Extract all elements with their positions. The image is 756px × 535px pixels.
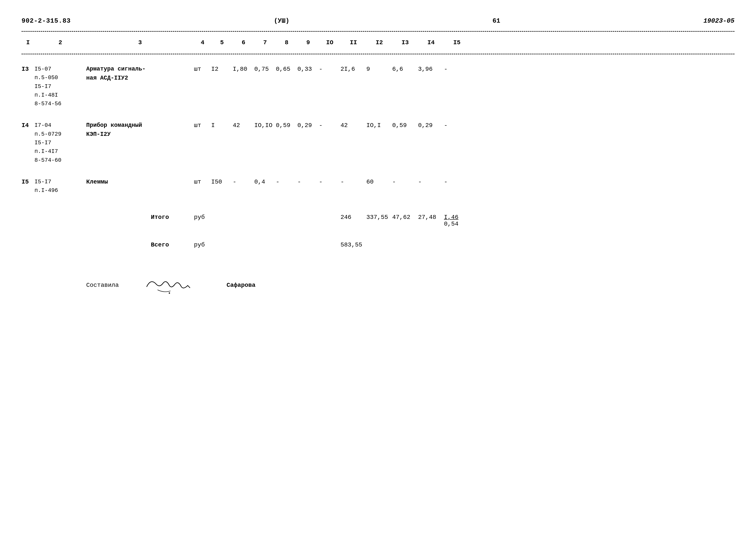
row-i3-col2: I5-07 п.5-050 I5-I7 п.I-48I 8-574-56 — [35, 65, 86, 108]
row-i3-col10: - — [319, 65, 340, 74]
col-header-5: 5 — [211, 38, 233, 47]
itogo-col15: I,46 0,54 — [444, 214, 470, 227]
row-i3-col12: 9 — [366, 65, 392, 74]
row-i5-col13: - — [392, 178, 418, 186]
row-i5-col1: I5 — [21, 178, 35, 186]
row-i4-col9: 0,29 — [297, 121, 319, 130]
row-i4-col12: IO,I — [366, 121, 392, 130]
signature-label: Составила — [86, 282, 119, 289]
row-i5-col7: 0,4 — [254, 178, 276, 186]
row-i5-col10: - — [319, 178, 340, 186]
row-i5-col14: - — [418, 178, 444, 186]
column-headers: I 2 3 4 5 6 7 8 9 IO II I2 I3 I4 I5 — [21, 36, 735, 50]
row-i4-col13: 0,59 — [392, 121, 418, 130]
row-i3-col7: 0,75 — [254, 65, 276, 74]
row-i3-col6: I,80 — [233, 65, 254, 74]
itogo-row: Итого руб 246 337,55 47,62 27,48 I,46 0,… — [21, 210, 735, 231]
row-i5-col15: - — [444, 178, 470, 186]
col-header-6: 6 — [233, 38, 254, 47]
row-i4-col3: Прибор командный КЭП-I2У — [86, 121, 194, 139]
row-i5-col8: - — [276, 178, 297, 186]
itogo-col15-bot: 0,54 — [444, 221, 470, 227]
document-header: 902-2-315.83 (УШ) 61 19023-05 — [21, 17, 735, 25]
row-i4-col8: 0,59 — [276, 121, 297, 130]
col-header-11: II — [340, 38, 366, 47]
doc-page: 61 — [493, 17, 500, 25]
row-i4-col15: - — [444, 121, 470, 130]
col-header-8: 8 — [276, 38, 297, 47]
itogo-label: Итого — [86, 214, 194, 221]
col-header-9: 9 — [297, 38, 319, 47]
itogo-unit: руб — [194, 214, 211, 221]
row-i3-col14: 3,96 — [418, 65, 444, 74]
itogo-col12: 337,55 — [366, 214, 392, 221]
vsego-value: 583,55 — [340, 241, 362, 248]
row-i5-col3: Клеммы — [86, 178, 194, 186]
row-i5-col4: шт — [194, 178, 211, 186]
itogo-col13: 47,62 — [392, 214, 418, 221]
row-i5-col5: I50 — [211, 178, 233, 186]
row-i5-col9: - — [297, 178, 319, 186]
header-divider — [21, 54, 735, 54]
signature-sign — [145, 274, 201, 297]
col-header-13: I3 — [392, 38, 418, 47]
signature-section: Составила Сафарова — [21, 274, 735, 297]
row-i4-col14: 0,29 — [418, 121, 444, 130]
row-i3-col8: 0,65 — [276, 65, 297, 74]
row-i4-col10: - — [319, 121, 340, 130]
row-i4-col2: I7-04 п.5-0729 I5-I7 п.I-4I7 8-574-60 — [35, 121, 86, 164]
table-row: I4 I7-04 п.5-0729 I5-I7 п.I-4I7 8-574-60… — [21, 115, 735, 171]
doc-type: (УШ) — [274, 17, 289, 25]
itogo-col14: 27,48 — [418, 214, 444, 221]
itogo-col11: 246 — [340, 214, 366, 221]
row-i4-col11: 42 — [340, 121, 366, 130]
row-i5-col11: - — [340, 178, 366, 186]
vsego-row: Всего руб 583,55 — [21, 238, 735, 252]
signature-svg — [145, 274, 192, 295]
doc-number: 902-2-315.83 — [21, 17, 71, 25]
vsego-label: Всего — [86, 241, 194, 248]
col-header-15: I5 — [444, 38, 470, 47]
top-divider — [21, 31, 735, 32]
row-i3-col9: 0,33 — [297, 65, 319, 74]
row-i4-col1: I4 — [21, 121, 35, 130]
row-i3-col13: 6,6 — [392, 65, 418, 74]
row-i5-col12: 60 — [366, 178, 392, 186]
row-i5-col2: I5-I7 п.I-496 — [35, 178, 86, 195]
row-i4-col4: шт — [194, 121, 211, 130]
col-header-1: I — [21, 38, 35, 47]
row-i3-col3: Арматура сигналь- ная АСД-IIУ2 — [86, 65, 194, 83]
row-i3-col15: - — [444, 65, 470, 74]
col-header-2: 2 — [35, 38, 86, 47]
row-i3-col11: 2I,6 — [340, 65, 366, 74]
row-i3-col5: I2 — [211, 65, 233, 74]
signature-name: Сафарова — [227, 282, 256, 289]
row-i4-col7: IO,IO — [254, 121, 276, 130]
table-row: I3 I5-07 п.5-050 I5-I7 п.I-48I 8-574-56 … — [21, 58, 735, 115]
table-row: I5 I5-I7 п.I-496 Клеммы шт I50 - 0,4 - -… — [21, 171, 735, 201]
col-header-7: 7 — [254, 38, 276, 47]
vsego-unit: руб — [194, 241, 211, 248]
col-header-3: 3 — [86, 38, 194, 47]
row-i4-col6: 42 — [233, 121, 254, 130]
itogo-col15-top: I,46 — [444, 214, 470, 221]
row-i3-col1: I3 — [21, 65, 35, 74]
svg-point-0 — [169, 293, 170, 294]
row-i5-col6: - — [233, 178, 254, 186]
col-header-10: IO — [319, 38, 340, 47]
doc-code: 19023-05 — [703, 17, 735, 25]
row-i4-col5: I — [211, 121, 233, 130]
col-header-4: 4 — [194, 38, 211, 47]
row-i3-col4: шт — [194, 65, 211, 74]
col-header-12: I2 — [366, 38, 392, 47]
col-header-14: I4 — [418, 38, 444, 47]
